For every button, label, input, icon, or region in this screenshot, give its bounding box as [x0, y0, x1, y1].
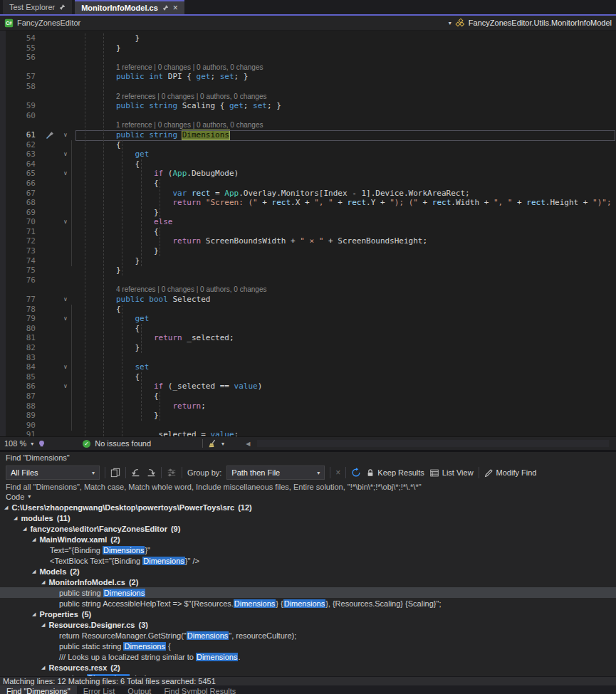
- panel-tab[interactable]: Find "Dimensions": [0, 685, 77, 694]
- fold-chevron-icon[interactable]: ∨: [58, 362, 73, 372]
- code-text[interactable]: }: [78, 343, 140, 353]
- editor-line[interactable]: 66 {: [0, 179, 616, 189]
- tab-test-explorer[interactable]: Test Explorer: [3, 0, 72, 14]
- line-number[interactable]: 72: [0, 236, 41, 246]
- code-text[interactable]: get: [78, 149, 149, 159]
- stop-search-icon[interactable]: ×: [335, 468, 340, 478]
- horizontal-scrollbar[interactable]: [257, 440, 609, 447]
- find-result-item[interactable]: <TextBlock Text="{Binding Dimensions}" /…: [0, 555, 616, 566]
- fold-chevron-icon[interactable]: ∨: [58, 217, 73, 227]
- editor-line[interactable]: 85 {: [0, 372, 616, 382]
- fold-chevron-icon[interactable]: ∨: [58, 382, 73, 391]
- find-result-folder[interactable]: ◢MonitorInfoModel.cs(2): [0, 577, 616, 587]
- editor-line[interactable]: 65∨ if (App.DebugMode): [0, 169, 616, 179]
- line-number[interactable]: 58: [0, 82, 41, 92]
- editor-line[interactable]: 59 public string Scaling { get; set; }: [0, 101, 616, 111]
- code-text[interactable]: }: [78, 33, 140, 43]
- group-by-dropdown[interactable]: Path then File ▾: [226, 466, 325, 480]
- quick-actions-icon[interactable]: [41, 130, 58, 140]
- project-dropdown[interactable]: FancyZonesEditor: [17, 19, 80, 27]
- codelens-info[interactable]: 4 references | 0 changes | 0 authors, 0 …: [78, 285, 266, 295]
- tree-expand-icon[interactable]: ◢: [14, 515, 17, 521]
- code-text[interactable]: {: [78, 140, 121, 150]
- code-text[interactable]: }: [78, 256, 140, 266]
- line-number[interactable]: 76: [0, 275, 41, 285]
- pin-icon[interactable]: [162, 4, 169, 11]
- pin-icon[interactable]: [59, 4, 66, 11]
- line-number[interactable]: 60: [0, 111, 41, 121]
- line-number[interactable]: 82: [0, 343, 41, 353]
- editor-line[interactable]: 57 public int DPI { get; set; }: [0, 72, 616, 82]
- line-number[interactable]: 68: [0, 198, 41, 208]
- line-number[interactable]: 84: [0, 362, 41, 372]
- line-number[interactable]: 63: [0, 149, 41, 159]
- find-result-item[interactable]: /// Looks up a localized string similar …: [0, 651, 616, 662]
- codelens-line[interactable]: 4 references | 0 changes | 0 authors, 0 …: [0, 285, 616, 295]
- editor-line[interactable]: 67 var rect = App.Overlay.Monitors[Index…: [0, 189, 616, 199]
- editor-line[interactable]: 68 return "Screen: (" + rect.X + ", " + …: [0, 198, 616, 208]
- find-result-item[interactable]: Text="{Binding Dimensions}": [0, 545, 616, 555]
- codelens-info[interactable]: 2 references | 0 changes | 0 authors, 0 …: [78, 92, 266, 102]
- editor-line[interactable]: 75 }: [0, 265, 616, 275]
- line-number[interactable]: 90: [0, 421, 41, 431]
- editor-line[interactable]: 62 {: [0, 140, 616, 150]
- editor-line[interactable]: 54 }: [0, 33, 616, 43]
- settings-sliders-icon[interactable]: [167, 468, 177, 478]
- editor-line[interactable]: 81 return _selected;: [0, 333, 616, 343]
- line-number[interactable]: 65: [0, 169, 41, 179]
- line-number[interactable]: 64: [0, 159, 41, 169]
- code-text[interactable]: }: [78, 411, 159, 421]
- tree-expand-icon[interactable]: ◢: [41, 622, 45, 628]
- codelens-line[interactable]: 1 reference | 0 changes | 0 authors, 0 c…: [0, 63, 616, 73]
- find-result-folder[interactable]: ◢Models(2): [0, 566, 616, 577]
- code-text[interactable]: if (_selected == value): [78, 382, 262, 391]
- panel-tab[interactable]: Find Symbol Results: [157, 685, 242, 694]
- line-number[interactable]: 59: [0, 101, 41, 111]
- previous-location-icon[interactable]: [131, 468, 141, 478]
- editor-line[interactable]: 64 {: [0, 159, 616, 169]
- tree-expand-icon[interactable]: ◢: [41, 579, 45, 585]
- editor-line[interactable]: 63∨ get: [0, 149, 616, 159]
- find-result-item[interactable]: public static string Dimensions {: [0, 641, 616, 651]
- line-number[interactable]: 57: [0, 72, 41, 82]
- tree-expand-icon[interactable]: ◢: [41, 665, 45, 671]
- editor-line[interactable]: 91 _selected = value;: [0, 430, 616, 436]
- panel-tab[interactable]: Error List: [77, 685, 122, 694]
- chevron-down-icon[interactable]: ▾: [31, 441, 33, 447]
- code-text[interactable]: var rect = App.Overlay.Monitors[Index - …: [78, 189, 470, 199]
- code-text[interactable]: public string Dimensions: [78, 130, 229, 140]
- codelens-info[interactable]: 1 reference | 0 changes | 0 authors, 0 c…: [78, 63, 263, 73]
- chevron-down-icon[interactable]: ▾: [221, 441, 224, 447]
- tree-expand-icon[interactable]: ◢: [32, 537, 36, 542]
- code-text[interactable]: if (App.DebugMode): [78, 169, 239, 179]
- line-number[interactable]: 70: [0, 217, 41, 227]
- tab-monitorinfomodel[interactable]: MonitorInfoModel.cs ×: [75, 0, 184, 14]
- find-result-folder[interactable]: ◢MainWindow.xaml(2): [0, 534, 616, 545]
- line-number[interactable]: 71: [0, 227, 41, 237]
- line-number[interactable]: 87: [0, 391, 41, 401]
- editor-line[interactable]: 88 return;: [0, 401, 616, 411]
- tree-expand-icon[interactable]: ◢: [23, 526, 26, 532]
- editor-line[interactable]: 86∨ if (_selected == value): [0, 382, 616, 391]
- code-text[interactable]: {: [78, 372, 140, 382]
- code-text[interactable]: return _selected;: [78, 333, 234, 343]
- fold-chevron-icon[interactable]: ∨: [58, 169, 73, 179]
- code-text[interactable]: {: [78, 227, 159, 237]
- editor-line[interactable]: 87 {: [0, 391, 616, 401]
- tree-expand-icon[interactable]: ◢: [4, 505, 8, 510]
- editor-line[interactable]: 70∨ else: [0, 217, 616, 227]
- scroll-left-icon[interactable]: ◀: [246, 441, 250, 447]
- find-result-folder[interactable]: ◢Resources.Designer.cs(3): [0, 619, 616, 630]
- editor-line[interactable]: 80 {: [0, 324, 616, 334]
- editor-line[interactable]: 84∨ set: [0, 362, 616, 372]
- code-text[interactable]: else: [78, 217, 172, 227]
- code-text[interactable]: }: [78, 265, 121, 275]
- code-text[interactable]: }: [78, 208, 159, 218]
- line-number[interactable]: 78: [0, 305, 41, 315]
- find-result-item[interactable]: <value>Dimensions</value>: [0, 673, 616, 676]
- editor-line[interactable]: 55 }: [0, 43, 616, 53]
- editor-line[interactable]: 79∨ get: [0, 314, 616, 324]
- editor-line[interactable]: 73 }: [0, 246, 616, 256]
- next-location-icon[interactable]: [146, 468, 156, 478]
- code-text[interactable]: public int DPI { get; set; }: [78, 72, 248, 82]
